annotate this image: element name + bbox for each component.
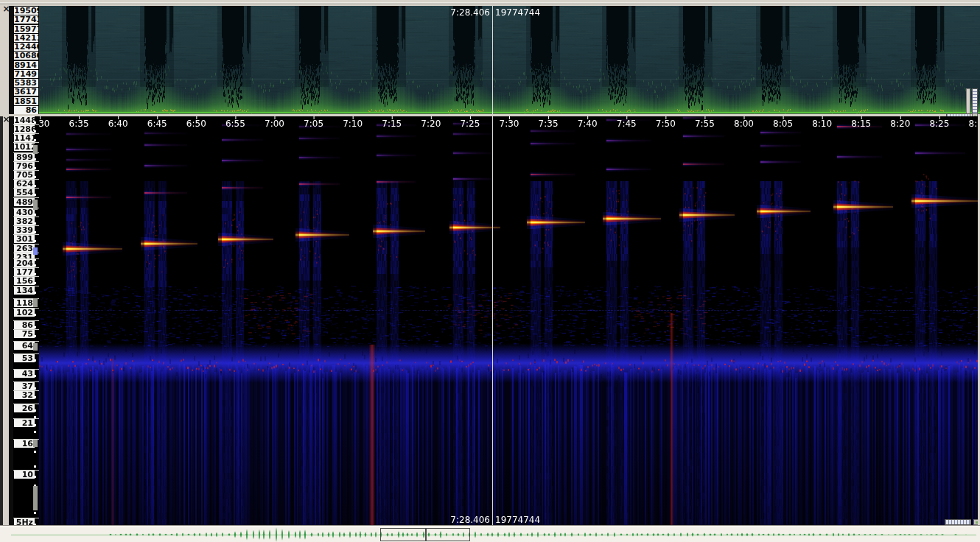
bottom-spectrogram-pane: × 14481286114110128997967056245544894303… [0,116,980,525]
freq-label: 32 [14,391,35,399]
freq-tick [34,231,36,233]
freq-label: 430 [14,208,35,217]
window-top-groove [0,2,980,4]
freq-tick [34,122,36,124]
freq-label: 10680 [14,52,38,60]
freq-label: 12446 [14,43,38,51]
freq-label: 7149 [14,70,38,78]
layer-mark-blue [33,247,38,255]
freq-tick [34,158,36,161]
freq-tick [34,375,36,377]
freq-tick [34,214,36,216]
top-spectrogram-canvas[interactable] [39,6,980,114]
bottom-frequency-scale[interactable]: 1448128611411012899796705624554489430382… [13,116,39,525]
freq-tick [34,424,36,426]
freq-label: 489 [14,198,35,206]
freq-label: 26 [14,404,35,412]
freq-tick [34,387,36,390]
freq-tick [34,409,36,412]
waveform-overview-strip[interactable] [0,527,980,542]
freq-tick [34,282,36,284]
freq-tick [34,396,36,398]
freq-tick [34,264,36,267]
freq-label: 156 [14,277,35,285]
bottom-spectrogram-canvas[interactable] [39,116,978,525]
freq-label: 204 [14,259,35,267]
freq-tick [34,326,36,328]
app-window: × 19509177431597714211124461068089147149… [0,0,980,542]
freq-tick [34,416,36,418]
freq-label: 1286 [14,125,35,133]
freq-label: 16 [14,440,35,448]
freq-tick [34,273,36,275]
freq-label: 14211 [14,34,38,42]
freq-tick [34,359,36,362]
freq-label: 5383 [14,79,38,87]
freq-label: 102 [14,309,35,317]
freq-label: 1448 [14,116,35,124]
layer-mark [33,440,38,447]
freq-tick [34,130,36,133]
freq-label: 5Hz [14,518,35,525]
layer-mark [33,343,38,351]
freq-label: 118 [14,299,35,307]
freq-tick [34,185,36,187]
freq-tick [34,167,36,169]
freq-tick [34,176,36,178]
freq-tick [34,194,36,196]
freq-label: 382 [14,217,35,225]
freq-tick [34,476,36,478]
bottom-pane-left-strip [0,116,3,525]
freq-label: 21 [14,419,35,427]
layer-mark [33,486,38,510]
freq-label: 624 [14,180,35,188]
freq-label: 19509 [14,7,38,15]
freq-label: 86 [14,106,38,114]
freq-label: 301 [14,235,35,243]
freq-tick [34,222,36,225]
freq-label: 53 [14,354,35,362]
freq-label: 1851 [14,97,38,105]
freq-label: 64 [14,342,35,350]
top-spectrogram-pane: × 19509177431597714211124461068089147149… [0,6,980,114]
freq-tick [34,465,36,468]
freq-tick [34,139,36,141]
freq-label: 796 [14,162,35,170]
layer-mark [33,145,38,154]
freq-tick [34,335,36,337]
freq-label: 43 [14,370,35,378]
bottom-horizontal-zoom-wheel[interactable] [945,519,971,525]
vertical-zoom-wheel[interactable] [972,88,978,116]
freq-label: 134 [14,286,35,295]
freq-tick [34,292,36,294]
freq-label: 8914 [14,61,38,69]
freq-label: 17743 [14,15,38,24]
layer-mark [33,200,38,210]
freq-label: 3617 [14,88,38,96]
freq-label: 705 [14,171,35,179]
freq-tick [34,512,36,514]
freq-label: 899 [14,153,35,161]
layer-mark [33,298,38,307]
top-frequency-scale[interactable]: 1950917743159771421112446106808914714953… [13,6,39,114]
freq-label: 1141 [14,134,35,142]
freq-tick [34,314,36,316]
freq-label: 177 [14,268,35,276]
freq-label: 339 [14,226,35,234]
freq-label: 10 [14,471,35,479]
freq-tick [34,431,36,433]
freq-label: 37 [14,382,35,390]
freq-label: 86 [14,321,35,329]
freq-tick [34,240,36,242]
freq-label: 75 [14,330,35,338]
freq-label: 263 [14,244,35,253]
freq-tick [34,451,36,453]
freq-label: 15977 [14,25,38,33]
freq-label: 1012 [14,143,35,151]
freq-label: 554 [14,189,35,197]
